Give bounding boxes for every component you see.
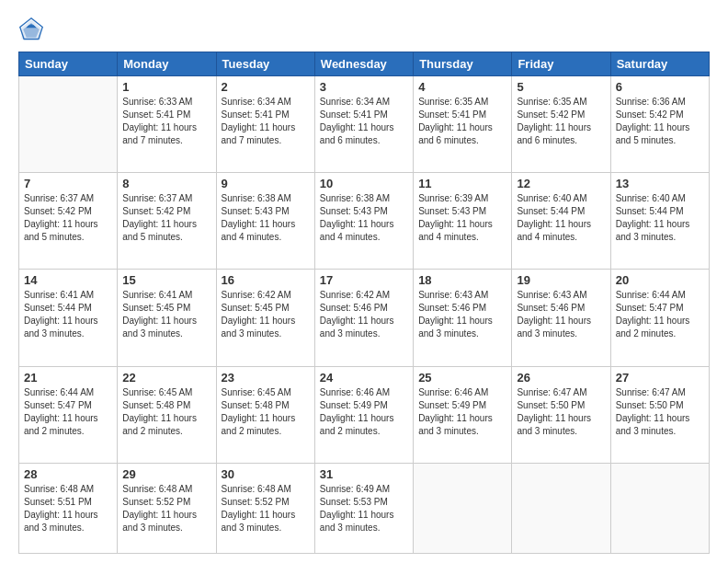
calendar-cell: 20Sunrise: 6:44 AM Sunset: 5:47 PM Dayli… (610, 270, 709, 366)
calendar-cell: 16Sunrise: 6:42 AM Sunset: 5:45 PM Dayli… (216, 270, 314, 366)
day-info: Sunrise: 6:45 AM Sunset: 5:48 PM Dayligh… (222, 386, 310, 438)
day-info: Sunrise: 6:37 AM Sunset: 5:42 PM Dayligh… (122, 192, 210, 244)
day-number: 1 (122, 80, 210, 94)
day-info: Sunrise: 6:42 AM Sunset: 5:46 PM Dayligh… (320, 289, 408, 340)
weekday-header-sunday: Sunday (19, 52, 118, 76)
day-number: 13 (616, 177, 704, 190)
day-number: 26 (517, 371, 605, 385)
calendar-cell (414, 463, 512, 553)
day-number: 6 (616, 80, 704, 94)
calendar-cell: 10Sunrise: 6:38 AM Sunset: 5:43 PM Dayli… (314, 173, 413, 270)
day-info: Sunrise: 6:49 AM Sunset: 5:53 PM Dayligh… (320, 483, 408, 534)
day-info: Sunrise: 6:41 AM Sunset: 5:45 PM Dayligh… (122, 289, 210, 340)
week-row-3: 21Sunrise: 6:44 AM Sunset: 5:47 PM Dayli… (19, 366, 710, 463)
day-info: Sunrise: 6:48 AM Sunset: 5:52 PM Dayligh… (122, 483, 210, 534)
calendar-cell (512, 463, 610, 553)
week-row-4: 28Sunrise: 6:48 AM Sunset: 5:51 PM Dayli… (19, 463, 710, 553)
day-info: Sunrise: 6:38 AM Sunset: 5:43 PM Dayligh… (320, 192, 408, 244)
calendar-cell (610, 463, 709, 553)
day-number: 25 (418, 371, 506, 385)
day-info: Sunrise: 6:47 AM Sunset: 5:50 PM Dayligh… (517, 386, 605, 438)
calendar-cell: 23Sunrise: 6:45 AM Sunset: 5:48 PM Dayli… (216, 366, 314, 463)
calendar-cell: 31Sunrise: 6:49 AM Sunset: 5:53 PM Dayli… (314, 463, 413, 553)
day-info: Sunrise: 6:40 AM Sunset: 5:44 PM Dayligh… (517, 192, 605, 244)
calendar-cell: 1Sunrise: 6:33 AM Sunset: 5:41 PM Daylig… (118, 76, 216, 173)
calendar-cell: 25Sunrise: 6:46 AM Sunset: 5:49 PM Dayli… (414, 366, 512, 463)
day-number: 28 (24, 467, 112, 481)
day-info: Sunrise: 6:48 AM Sunset: 5:51 PM Dayligh… (24, 483, 112, 534)
day-info: Sunrise: 6:46 AM Sunset: 5:49 PM Dayligh… (320, 386, 408, 438)
weekday-header-tuesday: Tuesday (216, 52, 314, 76)
calendar-cell: 11Sunrise: 6:39 AM Sunset: 5:43 PM Dayli… (414, 173, 512, 270)
calendar-cell: 30Sunrise: 6:48 AM Sunset: 5:52 PM Dayli… (216, 463, 314, 553)
weekday-header-row: SundayMondayTuesdayWednesdayThursdayFrid… (19, 52, 710, 76)
calendar-cell: 8Sunrise: 6:37 AM Sunset: 5:42 PM Daylig… (118, 173, 216, 270)
day-info: Sunrise: 6:43 AM Sunset: 5:46 PM Dayligh… (418, 289, 506, 340)
day-number: 20 (616, 273, 704, 287)
day-number: 14 (24, 273, 112, 287)
calendar-cell: 24Sunrise: 6:46 AM Sunset: 5:49 PM Dayli… (314, 366, 413, 463)
calendar-cell: 15Sunrise: 6:41 AM Sunset: 5:45 PM Dayli… (118, 270, 216, 366)
calendar-cell: 21Sunrise: 6:44 AM Sunset: 5:47 PM Dayli… (19, 366, 118, 463)
day-info: Sunrise: 6:37 AM Sunset: 5:42 PM Dayligh… (24, 192, 112, 244)
day-number: 3 (320, 80, 408, 94)
day-info: Sunrise: 6:45 AM Sunset: 5:48 PM Dayligh… (122, 386, 210, 438)
day-number: 24 (320, 371, 408, 385)
day-info: Sunrise: 6:47 AM Sunset: 5:50 PM Dayligh… (616, 386, 704, 438)
calendar-cell: 27Sunrise: 6:47 AM Sunset: 5:50 PM Dayli… (610, 366, 709, 463)
calendar-cell: 26Sunrise: 6:47 AM Sunset: 5:50 PM Dayli… (512, 366, 610, 463)
day-number: 21 (24, 371, 112, 385)
day-number: 15 (122, 273, 210, 287)
day-number: 31 (320, 467, 408, 481)
calendar-cell: 18Sunrise: 6:43 AM Sunset: 5:46 PM Dayli… (414, 270, 512, 366)
day-number: 17 (320, 273, 408, 287)
calendar-cell: 22Sunrise: 6:45 AM Sunset: 5:48 PM Dayli… (118, 366, 216, 463)
calendar-cell: 14Sunrise: 6:41 AM Sunset: 5:44 PM Dayli… (19, 270, 118, 366)
calendar-cell: 17Sunrise: 6:42 AM Sunset: 5:46 PM Dayli… (314, 270, 413, 366)
weekday-header-friday: Friday (512, 52, 610, 76)
calendar-cell: 19Sunrise: 6:43 AM Sunset: 5:46 PM Dayli… (512, 270, 610, 366)
day-number: 12 (517, 177, 605, 190)
day-info: Sunrise: 6:40 AM Sunset: 5:44 PM Dayligh… (616, 192, 704, 244)
day-info: Sunrise: 6:36 AM Sunset: 5:42 PM Dayligh… (616, 96, 704, 147)
day-number: 23 (222, 371, 310, 385)
weekday-header-thursday: Thursday (414, 52, 512, 76)
day-info: Sunrise: 6:39 AM Sunset: 5:43 PM Dayligh… (418, 192, 506, 244)
calendar-cell: 6Sunrise: 6:36 AM Sunset: 5:42 PM Daylig… (610, 76, 709, 173)
day-info: Sunrise: 6:48 AM Sunset: 5:52 PM Dayligh… (222, 483, 310, 534)
week-row-1: 7Sunrise: 6:37 AM Sunset: 5:42 PM Daylig… (19, 173, 710, 270)
day-info: Sunrise: 6:34 AM Sunset: 5:41 PM Dayligh… (222, 96, 310, 147)
calendar-cell: 2Sunrise: 6:34 AM Sunset: 5:41 PM Daylig… (216, 76, 314, 173)
week-row-2: 14Sunrise: 6:41 AM Sunset: 5:44 PM Dayli… (19, 270, 710, 366)
day-info: Sunrise: 6:44 AM Sunset: 5:47 PM Dayligh… (616, 289, 704, 340)
day-number: 18 (418, 273, 506, 287)
calendar-cell: 29Sunrise: 6:48 AM Sunset: 5:52 PM Dayli… (118, 463, 216, 553)
week-row-0: 1Sunrise: 6:33 AM Sunset: 5:41 PM Daylig… (19, 76, 710, 173)
weekday-header-wednesday: Wednesday (314, 52, 413, 76)
page: SundayMondayTuesdayWednesdayThursdayFrid… (0, 0, 728, 563)
day-number: 10 (320, 177, 408, 190)
calendar: SundayMondayTuesdayWednesdayThursdayFrid… (18, 52, 710, 554)
day-info: Sunrise: 6:44 AM Sunset: 5:47 PM Dayligh… (24, 386, 112, 438)
calendar-cell: 5Sunrise: 6:35 AM Sunset: 5:42 PM Daylig… (512, 76, 610, 173)
logo-icon (18, 17, 44, 42)
logo (18, 17, 48, 42)
calendar-cell: 3Sunrise: 6:34 AM Sunset: 5:41 PM Daylig… (314, 76, 413, 173)
day-info: Sunrise: 6:42 AM Sunset: 5:45 PM Dayligh… (222, 289, 310, 340)
calendar-cell: 12Sunrise: 6:40 AM Sunset: 5:44 PM Dayli… (512, 173, 610, 270)
day-number: 9 (222, 177, 310, 190)
day-number: 7 (24, 177, 112, 190)
day-number: 16 (222, 273, 310, 287)
day-number: 8 (122, 177, 210, 190)
day-info: Sunrise: 6:41 AM Sunset: 5:44 PM Dayligh… (24, 289, 112, 340)
day-number: 4 (418, 80, 506, 94)
weekday-header-saturday: Saturday (610, 52, 709, 76)
day-number: 5 (517, 80, 605, 94)
calendar-cell: 28Sunrise: 6:48 AM Sunset: 5:51 PM Dayli… (19, 463, 118, 553)
day-info: Sunrise: 6:38 AM Sunset: 5:43 PM Dayligh… (222, 192, 310, 244)
day-info: Sunrise: 6:35 AM Sunset: 5:41 PM Dayligh… (418, 96, 506, 147)
header (18, 17, 710, 42)
calendar-cell: 13Sunrise: 6:40 AM Sunset: 5:44 PM Dayli… (610, 173, 709, 270)
day-info: Sunrise: 6:35 AM Sunset: 5:42 PM Dayligh… (517, 96, 605, 147)
calendar-cell: 9Sunrise: 6:38 AM Sunset: 5:43 PM Daylig… (216, 173, 314, 270)
